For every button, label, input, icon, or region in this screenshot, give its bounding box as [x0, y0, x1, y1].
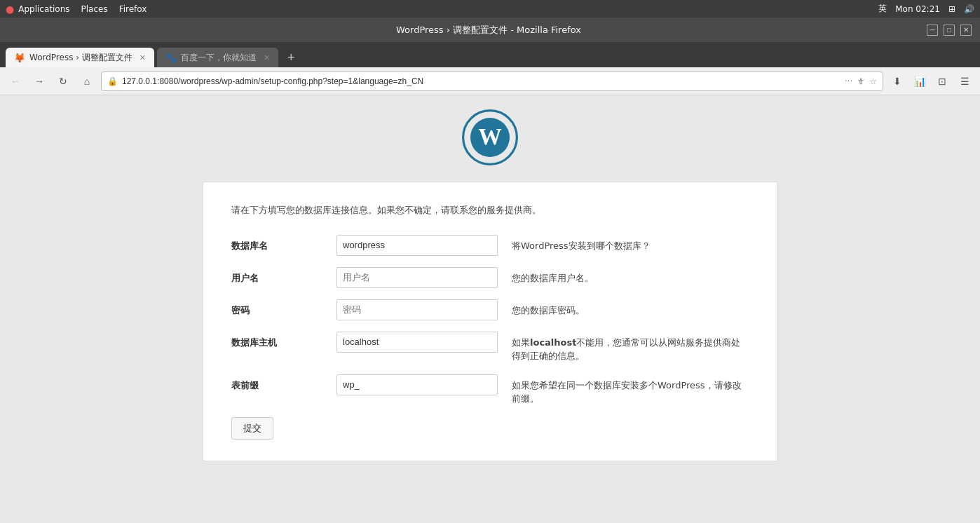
- hint-db-prefix: 如果您希望在同一个数据库安装多个WordPress，请修改前缀。: [512, 374, 749, 406]
- input-wrap-db-user: [336, 267, 498, 288]
- label-db-host: 数据库主机: [231, 332, 322, 349]
- input-wrap-db-host: [336, 332, 498, 353]
- label-db-name: 数据库名: [231, 235, 322, 252]
- label-db-user: 用户名: [231, 267, 322, 285]
- input-db-password[interactable]: [336, 299, 498, 320]
- form-container: 请在下方填写您的数据库连接信息。如果您不确定，请联系您的服务提供商。 数据库名 …: [203, 182, 777, 461]
- input-db-prefix[interactable]: [336, 374, 498, 395]
- system-bar: ● Applications Places Firefox 英 Mon 02:2…: [0, 0, 980, 18]
- forward-button[interactable]: →: [29, 72, 49, 91]
- minimize-button[interactable]: ─: [927, 25, 938, 36]
- hint-db-password: 您的数据库密码。: [512, 299, 749, 318]
- address-bar[interactable]: 🔒 ··· 🗡 ☆: [101, 72, 883, 91]
- security-icon: 🔒: [107, 76, 118, 86]
- browser-title: WordPress › 调整配置文件 - Mozilla Firefox: [50, 24, 927, 36]
- download-button[interactable]: ⬇: [887, 72, 907, 91]
- input-db-name[interactable]: [336, 235, 498, 256]
- label-db-password: 密码: [231, 299, 322, 317]
- menu-button[interactable]: ☰: [955, 72, 974, 91]
- browser-window: WordPress › 调整配置文件 - Mozilla Firefox ─ □…: [0, 18, 980, 523]
- new-tab-button[interactable]: +: [281, 48, 301, 67]
- tab-wp-close[interactable]: ✕: [139, 53, 146, 62]
- input-db-user[interactable]: [336, 267, 498, 288]
- synced-tabs-button[interactable]: 📊: [910, 72, 930, 91]
- tab-baidu-icon: 🐾: [165, 53, 177, 63]
- form-description: 请在下方填写您的数据库连接信息。如果您不确定，请联系您的服务提供商。: [231, 203, 749, 218]
- wordpress-logo: W: [462, 109, 518, 168]
- label-db-prefix: 表前缀: [231, 374, 322, 392]
- reader-view-button[interactable]: ⊡: [932, 72, 952, 91]
- tab-baidu-label: 百度一下，你就知道: [181, 52, 257, 64]
- submit-row: 提交: [231, 417, 749, 440]
- hint-db-user: 您的数据库用户名。: [512, 267, 749, 285]
- more-options-icon[interactable]: ···: [845, 76, 852, 86]
- system-bar-left: ● Applications Places Firefox: [6, 4, 147, 15]
- pocket-icon[interactable]: 🗡: [857, 76, 865, 86]
- datetime-display: Mon 02:21: [895, 4, 940, 14]
- language-indicator[interactable]: 英: [878, 3, 887, 15]
- tab-wp-label: WordPress › 调整配置文件: [29, 52, 132, 64]
- maximize-button[interactable]: □: [944, 25, 955, 36]
- redhat-icon: ●: [6, 4, 14, 15]
- tab-baidu-close[interactable]: ✕: [264, 53, 270, 62]
- bookmark-icon[interactable]: ☆: [869, 76, 877, 86]
- title-bar: WordPress › 调整配置文件 - Mozilla Firefox ─ □…: [0, 18, 980, 42]
- form-row-db-prefix: 表前缀 如果您希望在同一个数据库安装多个WordPress，请修改前缀。: [231, 374, 749, 406]
- form-row-db-name: 数据库名 将WordPress安装到哪个数据库？: [231, 235, 749, 256]
- places-menu[interactable]: Places: [81, 4, 108, 14]
- nav-actions: ⬇ 📊 ⊡ ☰: [887, 72, 974, 91]
- form-row-db-user: 用户名 您的数据库用户名。: [231, 267, 749, 288]
- nav-bar: ← → ↻ ⌂ 🔒 ··· 🗡 ☆ ⬇ 📊 ⊡ ☰: [0, 67, 980, 95]
- form-row-db-password: 密码 您的数据库密码。: [231, 299, 749, 320]
- page-content: W 请在下方填写您的数据库连接信息。如果您不确定，请联系您的服务提供商。 数据库…: [0, 95, 980, 523]
- submit-button[interactable]: 提交: [231, 417, 273, 440]
- form-row-db-host: 数据库主机 如果localhost不能用，您通常可以从网站服务提供商处得到正确的…: [231, 332, 749, 363]
- window-controls[interactable]: ─ □ ✕: [927, 25, 972, 36]
- hint-db-name: 将WordPress安装到哪个数据库？: [512, 235, 749, 253]
- url-input[interactable]: [122, 76, 841, 86]
- input-db-host[interactable]: [336, 332, 498, 353]
- svg-text:W: W: [478, 123, 502, 149]
- volume-icon[interactable]: 🔊: [964, 4, 974, 14]
- input-wrap-db-name: [336, 235, 498, 256]
- tab-baidu[interactable]: 🐾 百度一下，你就知道 ✕: [157, 48, 278, 67]
- back-button[interactable]: ←: [6, 72, 25, 91]
- tab-wp-icon: 🦊: [14, 53, 25, 63]
- reload-button[interactable]: ↻: [53, 72, 73, 91]
- applications-label[interactable]: Applications: [18, 4, 69, 14]
- tab-bar: 🦊 WordPress › 调整配置文件 ✕ 🐾 百度一下，你就知道 ✕ +: [0, 42, 980, 67]
- input-wrap-db-password: [336, 299, 498, 320]
- tab-wp[interactable]: 🦊 WordPress › 调整配置文件 ✕: [6, 48, 154, 67]
- close-button[interactable]: ✕: [960, 25, 972, 36]
- system-bar-right: 英 Mon 02:21 ⊞ 🔊: [878, 3, 974, 15]
- home-button[interactable]: ⌂: [77, 72, 97, 91]
- applications-menu[interactable]: ● Applications: [6, 4, 70, 15]
- firefox-menu[interactable]: Firefox: [119, 4, 147, 14]
- hint-db-host: 如果localhost不能用，您通常可以从网站服务提供商处得到正确的信息。: [512, 332, 749, 363]
- input-wrap-db-prefix: [336, 374, 498, 395]
- network-icon[interactable]: ⊞: [948, 4, 955, 14]
